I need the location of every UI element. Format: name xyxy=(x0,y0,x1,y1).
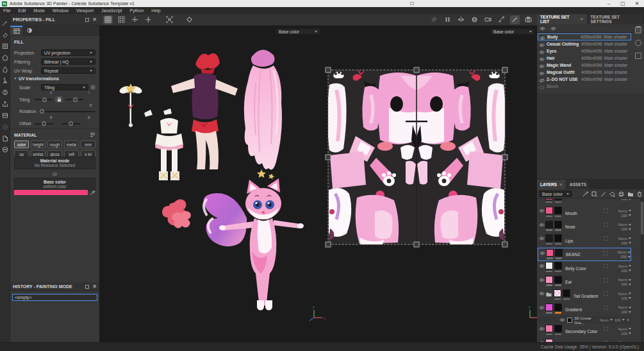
tiling-x-slider[interactable] xyxy=(35,99,53,100)
base-color-swatch[interactable] xyxy=(14,190,88,195)
add-effect-icon[interactable] xyxy=(582,191,588,197)
polygon-fill-tool-icon[interactable] xyxy=(1,54,8,61)
cat-character-model[interactable] xyxy=(162,178,304,311)
menu-python[interactable]: Python xyxy=(130,8,144,13)
symmetry-x-icon[interactable] xyxy=(130,15,140,24)
layer-visibility-eye-icon[interactable] xyxy=(539,209,545,213)
visibility-eye-icon[interactable] xyxy=(539,50,545,55)
layer-visibility-eye-icon[interactable] xyxy=(539,223,545,227)
layer-visibility-eye-icon[interactable] xyxy=(539,291,545,296)
rotation-slider[interactable] xyxy=(40,111,95,112)
layers-scrollbar[interactable] xyxy=(641,199,643,351)
projection-dropdown[interactable]: UV projection xyxy=(41,49,95,56)
layer-row-tail-gradient[interactable]: Tail Gradient Norm100 xyxy=(538,289,631,302)
paint-mode-brush-icon[interactable] xyxy=(510,15,520,24)
tab-fill-properties[interactable] xyxy=(10,26,23,35)
smudge-tool-icon[interactable] xyxy=(1,65,8,73)
document-icon[interactable] xyxy=(1,135,8,142)
close-button[interactable]: ✕ xyxy=(630,1,644,6)
viewport[interactable]: yx xyxy=(99,26,537,342)
visibility-eye-icon[interactable] xyxy=(539,64,545,69)
layer-row-mouth[interactable]: Mouth Norm100 xyxy=(538,206,631,219)
visibility-eye-icon[interactable] xyxy=(539,71,545,76)
casual-outfit-model[interactable] xyxy=(144,108,183,180)
baking-icon[interactable] xyxy=(1,123,8,130)
texture-set-row[interactable]: Magic Wand4096x4096Main shader xyxy=(538,62,631,69)
filtering-dropdown[interactable]: Bilinear | HQ xyxy=(41,58,95,65)
layer-row-belly-color[interactable]: Belly Color Norm100 xyxy=(538,261,631,275)
add-mask-icon[interactable] xyxy=(591,191,597,197)
layer-visibility-eye-icon[interactable] xyxy=(540,251,545,255)
close-tab-icon[interactable]: ✕ xyxy=(580,17,584,22)
layers-channel-filter-dropdown[interactable]: Base color xyxy=(539,191,572,197)
material-mode-button[interactable]: Material mode No Resource Selected xyxy=(14,157,95,169)
scale-dropdown[interactable]: Tiling xyxy=(41,84,88,90)
menu-javascript[interactable]: JavaScript xyxy=(101,8,122,13)
display-settings-icon[interactable] xyxy=(635,27,641,33)
mirror-icon[interactable] xyxy=(456,15,466,24)
resources-icon[interactable] xyxy=(1,112,8,119)
layer-visibility-eye-icon[interactable] xyxy=(539,327,545,331)
tab-display-properties[interactable] xyxy=(23,26,36,35)
visibility-eye-icon[interactable] xyxy=(539,43,545,47)
tab-layers[interactable]: LAYERS ✕ xyxy=(537,180,566,189)
camera-icon[interactable] xyxy=(524,15,533,24)
layer-visibility-eye-icon[interactable] xyxy=(539,236,545,241)
menu-help[interactable]: Help xyxy=(151,8,160,13)
display-camera-icon[interactable] xyxy=(483,15,493,24)
texture-set-row[interactable]: Z–DO NOT USE4096x4096Main shader xyxy=(538,76,631,83)
hair-model[interactable] xyxy=(244,49,282,169)
texture-set-settings-icon[interactable] xyxy=(635,53,641,59)
witch-outfit-model[interactable] xyxy=(171,53,238,169)
add-smart-material-icon[interactable] xyxy=(618,191,624,197)
frame-selection-icon[interactable] xyxy=(165,15,174,24)
base-color-mode-button[interactable]: Base color uniform color xyxy=(14,178,95,191)
layer-row-gradient[interactable]: Gradient Norm100 xyxy=(538,303,631,316)
channel-color-chip[interactable]: color xyxy=(14,141,29,148)
channel-rough-chip[interactable]: rough xyxy=(47,141,62,148)
layer-row-partial[interactable]: 100 xyxy=(538,199,631,205)
close-panel-icon[interactable]: ✕ xyxy=(92,18,97,22)
eyedropper-icon[interactable] xyxy=(90,190,95,196)
layer-row-secondary-color[interactable]: Secondary Color Norm100 xyxy=(538,324,631,338)
maximize-button[interactable]: ▢ xyxy=(616,1,630,6)
remove-effect-icon[interactable]: ✕ xyxy=(627,318,630,323)
add-fill-layer-icon[interactable] xyxy=(609,191,615,197)
uv-wrap-dropdown[interactable]: Repeat xyxy=(41,67,95,74)
texture-set-row[interactable]: Body4096x4096Main shader xyxy=(538,33,631,40)
star-props-model[interactable] xyxy=(257,169,275,180)
menu-mode[interactable]: Mode xyxy=(33,8,45,13)
offset-x-slider[interactable] xyxy=(35,123,54,124)
offset-y-slider[interactable] xyxy=(62,123,81,124)
tab-texture-set-settings[interactable]: TEXTURE SET SETTINGS xyxy=(588,14,644,24)
history-entry-empty[interactable]: <empty> xyxy=(12,294,97,301)
section-menu-icon[interactable] xyxy=(90,132,95,137)
show-all-eye-icon[interactable] xyxy=(540,26,545,31)
environment-sphere-icon[interactable] xyxy=(470,15,479,24)
channel-nrm-chip[interactable]: nrm xyxy=(81,141,95,148)
eraser-tool-icon[interactable] xyxy=(1,31,8,38)
menu-window[interactable]: Window xyxy=(53,8,69,13)
collapse-arrow-icon[interactable] xyxy=(14,78,17,80)
add-paint-layer-icon[interactable] xyxy=(600,191,606,197)
channel-select-2d-dropdown[interactable]: Base color xyxy=(490,28,535,35)
layer-row-beanz[interactable]: BEANZ Norm100 xyxy=(538,248,631,261)
uv-texture-2d[interactable] xyxy=(327,70,506,245)
material-picker-tool-icon[interactable] xyxy=(1,89,8,96)
uv-grid-icon[interactable] xyxy=(117,15,126,24)
texture-set-row[interactable]: Casual Clothing4096x4096Main shader xyxy=(538,40,631,47)
menu-edit[interactable]: Edit xyxy=(18,8,26,13)
projection-tool-icon[interactable] xyxy=(1,42,8,49)
clone-stamp-tool-icon[interactable] xyxy=(1,77,8,84)
effect-visibility-eye-icon[interactable] xyxy=(559,318,565,322)
visibility-off-eye-icon[interactable] xyxy=(539,85,545,90)
texture-set-row[interactable]: Eyes4096x4096Main shader xyxy=(538,47,631,55)
info-icon[interactable]: i xyxy=(90,85,95,90)
shader-settings-icon[interactable] xyxy=(635,40,641,46)
layer-row-lips[interactable]: Lips Norm100 xyxy=(538,234,631,247)
tab-assets[interactable]: ASSETS xyxy=(566,180,590,189)
visibility-eye-icon[interactable] xyxy=(540,36,545,40)
tab-texture-set-list[interactable]: TEXTURE SET LIST ✕ xyxy=(537,14,588,24)
tiling-y-slider[interactable] xyxy=(65,99,83,100)
delete-layer-trash-icon[interactable] xyxy=(637,191,642,197)
